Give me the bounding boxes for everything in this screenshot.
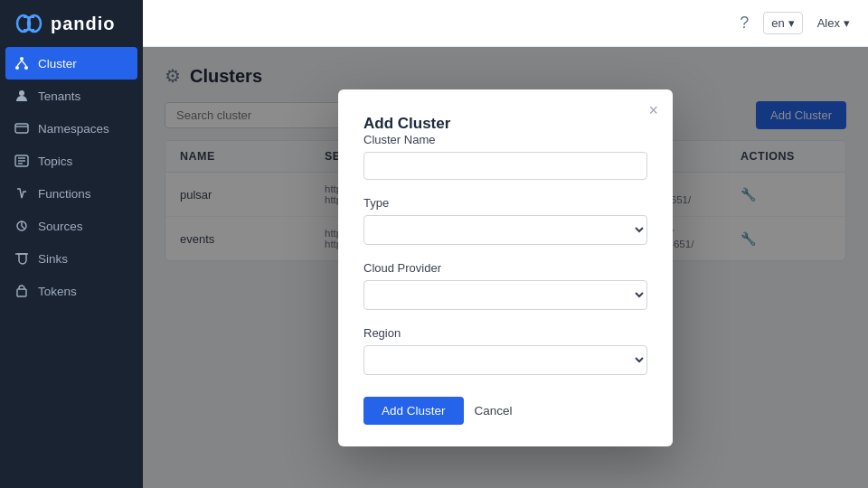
sidebar-item-tokens-label: Tokens (38, 285, 77, 298)
sidebar-item-tenants[interactable]: Tenants (0, 80, 143, 112)
cloud-provider-group: Cloud Provider AWS GCP Azure (363, 261, 647, 310)
modal-actions: Add Cluster Cancel (363, 397, 647, 425)
topics-icon (14, 154, 29, 168)
modal-title: Add Cluster (363, 115, 450, 132)
language-chevron-icon: ▾ (788, 16, 795, 30)
sidebar-item-sinks[interactable]: Sinks (0, 242, 143, 275)
pandio-logo-icon (14, 13, 43, 34)
namespaces-icon (14, 121, 29, 136)
svg-point-5 (15, 66, 19, 70)
cluster-icon (14, 56, 29, 70)
modal-add-button[interactable]: Add Cluster (363, 397, 464, 425)
sidebar-item-cluster[interactable]: Cluster (5, 47, 137, 80)
sidebar-item-topics-label: Topics (38, 155, 72, 168)
sidebar: pandio Cluster Tenants Namespaces Topics… (0, 0, 143, 488)
region-group: Region us-east-1 us-west-2 eu-west-1 (363, 326, 647, 375)
main-content: ? en ▾ Alex ▾ ⚙ Clusters Add Cluster Nam… (143, 0, 868, 488)
sidebar-item-cluster-label: Cluster (38, 57, 77, 70)
svg-line-8 (22, 61, 26, 66)
functions-icon (14, 186, 29, 201)
region-select[interactable]: us-east-1 us-west-2 eu-west-1 (363, 345, 647, 375)
sidebar-item-functions[interactable]: Functions (0, 177, 143, 210)
svg-point-4 (20, 57, 24, 61)
sidebar-nav: Cluster Tenants Namespaces Topics Functi… (0, 47, 143, 488)
page-body: ⚙ Clusters Add Cluster Name Service URL … (143, 47, 868, 488)
user-chevron-icon: ▾ (844, 16, 850, 30)
tenants-icon (14, 89, 29, 103)
region-label: Region (363, 326, 647, 340)
svg-point-9 (19, 90, 24, 96)
language-label: en (771, 16, 784, 30)
user-menu[interactable]: Alex ▾ (817, 16, 850, 30)
cluster-name-label: Cluster Name (363, 133, 647, 146)
modal-close-button[interactable]: × (648, 102, 658, 118)
sidebar-item-namespaces[interactable]: Namespaces (0, 112, 143, 145)
sidebar-item-tenants-label: Tenants (38, 89, 80, 103)
type-select[interactable]: Pulsar Kafka (363, 215, 647, 245)
modal-cancel-button[interactable]: Cancel (475, 404, 513, 418)
add-cluster-modal: Add Cluster × Cluster Name Type Pulsar K… (338, 89, 673, 446)
tokens-icon (14, 284, 29, 298)
sidebar-item-tokens[interactable]: Tokens (0, 275, 143, 307)
language-selector[interactable]: en ▾ (763, 12, 802, 34)
sidebar-item-sources[interactable]: Sources (0, 210, 143, 242)
sidebar-item-namespaces-label: Namespaces (38, 122, 109, 136)
sidebar-item-sources-label: Sources (38, 220, 83, 233)
logo-text: pandio (51, 14, 116, 34)
topbar: ? en ▾ Alex ▾ (143, 0, 868, 47)
type-label: Type (363, 196, 647, 210)
type-group: Type Pulsar Kafka (363, 196, 647, 245)
cloud-provider-label: Cloud Provider (363, 261, 647, 275)
help-icon[interactable]: ? (740, 14, 749, 33)
svg-rect-18 (17, 289, 26, 296)
user-label: Alex (817, 16, 840, 30)
logo-area: pandio (0, 0, 143, 47)
sidebar-item-topics[interactable]: Topics (0, 145, 143, 177)
cloud-provider-select[interactable]: AWS GCP Azure (363, 280, 647, 310)
sinks-icon (14, 251, 29, 266)
sources-icon (14, 219, 29, 233)
sidebar-item-functions-label: Functions (38, 187, 91, 201)
svg-point-6 (24, 66, 28, 70)
cluster-name-group: Cluster Name (363, 133, 647, 180)
svg-rect-10 (15, 124, 28, 133)
modal-overlay: Add Cluster × Cluster Name Type Pulsar K… (143, 47, 868, 488)
sidebar-item-sinks-label: Sinks (38, 252, 68, 266)
cluster-name-input[interactable] (363, 152, 647, 180)
svg-line-7 (17, 61, 22, 66)
